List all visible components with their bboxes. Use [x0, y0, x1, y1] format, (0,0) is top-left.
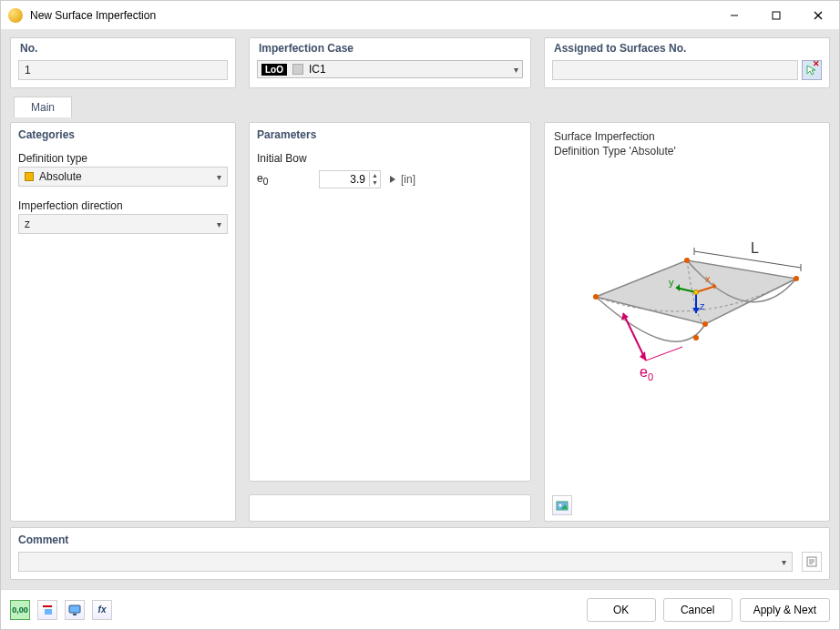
preview-e0-label: e0	[640, 364, 653, 382]
impcase-group: Imperfection Case LoO IC1 ▾	[249, 37, 531, 88]
close-button[interactable]	[797, 1, 839, 29]
svg-point-9	[693, 335, 699, 340]
view-button[interactable]	[65, 600, 85, 620]
clear-x-icon: ✕	[813, 59, 820, 68]
no-input[interactable]	[18, 60, 228, 80]
imperfection-direction-label: Imperfection direction	[18, 199, 228, 212]
preview-tool-button[interactable]	[552, 495, 572, 515]
chevron-down-icon: ▾	[782, 557, 786, 567]
definition-type-value: Absolute	[39, 170, 211, 183]
chevron-down-icon: ▾	[217, 172, 221, 182]
preview-illustration: L x y z	[559, 215, 814, 433]
tab-main[interactable]: Main	[14, 97, 72, 117]
svg-rect-34	[73, 614, 77, 615]
preview-title-2: Definition Type 'Absolute'	[554, 145, 820, 159]
e0-spinner[interactable]: ▲▼	[319, 170, 381, 188]
assigned-group: Assigned to Surfaces No. ✕	[544, 37, 830, 88]
svg-point-8	[702, 321, 708, 327]
display-button[interactable]	[37, 600, 57, 620]
imperfection-direction-value: z	[25, 218, 211, 230]
svg-rect-32	[45, 609, 52, 615]
e0-symbol: e0	[257, 172, 275, 187]
e0-unit: [in]	[401, 173, 415, 186]
chevron-down-icon: ▼	[370, 179, 380, 187]
spinner-arrows[interactable]: ▲▼	[369, 172, 380, 187]
imperfection-direction-dropdown[interactable]: z ▾	[18, 214, 228, 234]
svg-rect-1	[773, 12, 780, 19]
initial-bow-label: Initial Bow	[257, 152, 523, 165]
no-label: No.	[16, 38, 241, 56]
units-button[interactable]: 0,00	[10, 600, 30, 620]
footer-bar: 0,00 fx OK Cancel Apply & Next	[1, 589, 839, 629]
image-tool-icon	[556, 499, 569, 512]
svg-line-23	[646, 347, 682, 361]
fx-icon: fx	[98, 605, 107, 615]
svg-point-19	[694, 290, 699, 295]
impcase-swatch	[292, 64, 303, 75]
no-group: No.	[10, 37, 236, 88]
bottom-placeholder-panel	[249, 494, 531, 522]
categories-header: Categories	[11, 123, 235, 143]
svg-rect-33	[69, 605, 80, 613]
display-icon	[41, 604, 54, 616]
fx-button[interactable]: fx	[92, 600, 112, 620]
maximize-icon	[772, 11, 781, 20]
window-title: New Surface Imperfection	[30, 9, 713, 22]
preview-y-label: y	[669, 277, 674, 288]
close-icon	[814, 11, 823, 20]
svg-point-25	[559, 504, 562, 507]
minimize-icon	[730, 11, 739, 20]
pick-surfaces-button[interactable]: ✕	[802, 60, 822, 80]
assigned-input[interactable]	[552, 60, 798, 80]
edit-icon	[806, 556, 817, 567]
title-bar: New Surface Imperfection	[1, 1, 839, 30]
assigned-label: Assigned to Surfaces No.	[550, 38, 835, 56]
impcase-badge: LoO	[261, 64, 287, 76]
comment-header: Comment	[11, 528, 829, 548]
definition-type-dropdown[interactable]: Absolute ▾	[18, 167, 228, 187]
play-icon[interactable]	[390, 176, 395, 183]
preview-z-label: z	[700, 300, 705, 311]
cancel-button[interactable]: Cancel	[663, 598, 732, 622]
chevron-down-icon: ▾	[514, 65, 518, 75]
tab-strip: Main	[10, 96, 830, 117]
maximize-button[interactable]	[755, 1, 797, 29]
svg-line-20	[623, 313, 646, 361]
comment-dropdown[interactable]: ▾	[18, 552, 793, 572]
app-icon	[8, 8, 23, 23]
e0-input[interactable]	[320, 173, 369, 186]
preview-panel: Surface Imperfection Definition Type 'Ab…	[544, 122, 830, 522]
impcase-dropdown[interactable]: LoO IC1 ▾	[257, 60, 523, 78]
preview-x-label: x	[705, 273, 711, 284]
impcase-value: IC1	[309, 63, 508, 76]
comment-panel: Comment ▾	[10, 527, 830, 580]
preview-header: Surface Imperfection Definition Type 'Ab…	[545, 123, 829, 158]
svg-point-5	[593, 294, 599, 300]
monitor-icon	[68, 604, 81, 616]
categories-panel: Categories Definition type Absolute ▾ Im…	[10, 122, 236, 522]
units-icon: 0,00	[12, 605, 28, 615]
chevron-up-icon: ▲	[370, 172, 380, 179]
chevron-down-icon: ▾	[217, 219, 221, 229]
svg-point-6	[684, 258, 690, 263]
comment-edit-button[interactable]	[802, 552, 822, 572]
parameters-header: Parameters	[250, 123, 530, 143]
svg-point-7	[794, 276, 799, 281]
preview-L-label: L	[751, 240, 759, 256]
impcase-label: Imperfection Case	[255, 38, 536, 56]
definition-type-swatch	[25, 172, 34, 181]
preview-title-1: Surface Imperfection	[554, 130, 820, 145]
apply-next-button[interactable]: Apply & Next	[740, 598, 830, 622]
parameters-panel: Parameters Initial Bow e0 ▲▼ [in]	[249, 122, 531, 482]
ok-button[interactable]: OK	[587, 598, 656, 622]
minimize-button[interactable]	[713, 1, 755, 29]
definition-type-label: Definition type	[18, 152, 228, 165]
